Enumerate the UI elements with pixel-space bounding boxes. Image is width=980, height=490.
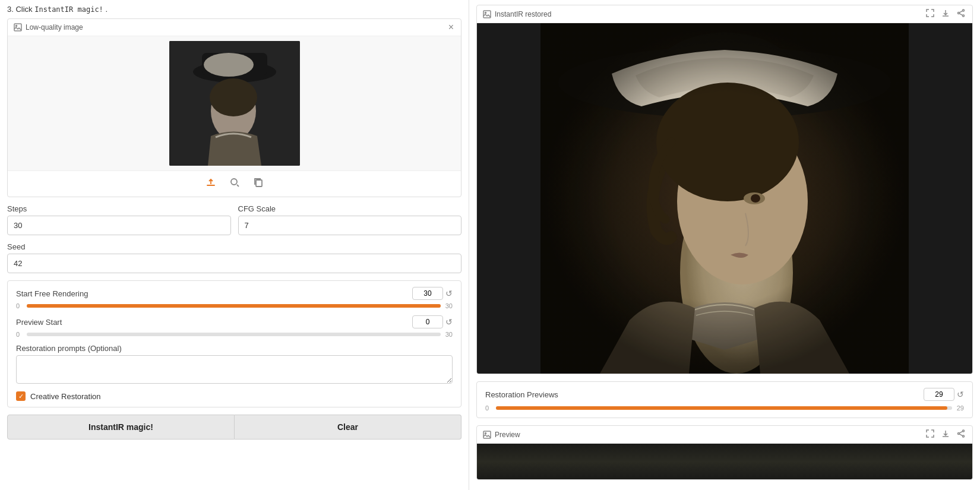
svg-point-15 (963, 15, 965, 17)
previews-header: Restoration Previews ↺ (485, 388, 964, 401)
preview-start-label: Preview Start (16, 318, 62, 327)
preview-start-slider[interactable] (27, 333, 441, 336)
restoration-previews-section: Restoration Previews ↺ 0 29 (476, 381, 973, 418)
svg-point-13 (963, 10, 965, 11)
svg-point-12 (485, 12, 486, 13)
previews-track-row: 0 29 (485, 404, 964, 412)
close-image-button[interactable]: × (447, 23, 455, 32)
cfg-scale-label: CFG Scale (238, 204, 462, 213)
preview-start-row: Preview Start ↺ 0 30 (16, 315, 453, 338)
checkbox-check-icon: ✓ (18, 393, 24, 400)
preview-start-value-group: ↺ (412, 315, 453, 328)
svg-point-26 (485, 432, 486, 434)
free-rendering-track: 0 30 (16, 302, 453, 309)
previews-max: 29 (957, 404, 964, 412)
free-rendering-fill (27, 304, 441, 308)
restoration-previews-label: Restoration Previews (485, 390, 558, 399)
instruction-code: InstantIR magic! (34, 5, 103, 14)
preview-thumb-image (477, 444, 972, 479)
free-rendering-value-group: ↺ (412, 287, 453, 300)
seed-row: Seed (7, 242, 461, 273)
free-rendering-reset-button[interactable]: ↺ (445, 289, 453, 298)
svg-point-28 (958, 433, 960, 435)
preview-frame-icon (483, 431, 491, 439)
preview-download-button[interactable] (940, 429, 951, 440)
free-rendering-header: Start Free Rendering ↺ (16, 287, 453, 300)
previews-value-group: ↺ (924, 388, 964, 401)
preview-share-button[interactable] (956, 429, 966, 440)
sliders-section: Start Free Rendering ↺ 0 30 (7, 280, 461, 407)
preview-start-min: 0 (16, 331, 22, 338)
creative-restoration-checkbox[interactable]: ✓ (16, 391, 26, 401)
seed-input[interactable] (7, 254, 461, 273)
svg-point-1 (16, 26, 17, 27)
image-frame-icon (14, 23, 22, 31)
preview-panel-label: Preview (495, 431, 520, 439)
previews-min: 0 (485, 404, 491, 412)
free-rendering-value-input[interactable] (412, 287, 443, 300)
previews-fill (496, 406, 947, 410)
portrait-svg (169, 41, 300, 166)
svg-rect-10 (256, 180, 262, 186)
restoration-prompts-row: Restoration prompts (Optional) (16, 344, 453, 385)
instruction-text: 3. Click InstantIR magic! . (7, 5, 461, 14)
source-image (169, 41, 300, 166)
preview-thumb-header: Preview (477, 426, 972, 444)
free-rendering-slider[interactable] (27, 304, 441, 308)
steps-label: Steps (7, 204, 231, 213)
preview-start-value-input[interactable] (412, 315, 443, 328)
steps-group: Steps (7, 204, 231, 235)
instruction-period: . (105, 5, 108, 14)
svg-point-27 (963, 430, 965, 432)
copy-image-button[interactable] (251, 176, 266, 192)
steps-cfg-row: Steps CFG Scale (7, 204, 461, 235)
preview-thumbnail-section: Preview (476, 425, 973, 480)
preview-fullscreen-button[interactable] (925, 429, 935, 440)
share-button[interactable] (956, 9, 966, 19)
free-rendering-label: Start Free Rendering (16, 289, 88, 298)
free-rendering-max: 30 (445, 302, 453, 309)
cfg-scale-input[interactable] (238, 216, 462, 235)
clear-button[interactable]: Clear (235, 415, 461, 440)
image-upload-container: Low-quality image × (7, 18, 461, 197)
image-tools (8, 170, 461, 197)
previews-slider[interactable] (496, 406, 952, 410)
seed-label: Seed (7, 242, 461, 251)
restored-portrait-svg (540, 23, 909, 374)
free-rendering-row: Start Free Rendering ↺ 0 30 (16, 287, 453, 309)
svg-point-29 (963, 435, 965, 437)
restored-panel-label: InstantIR restored (495, 10, 551, 18)
svg-point-9 (231, 179, 237, 185)
free-rendering-min: 0 (16, 302, 22, 309)
instantir-magic-button[interactable]: InstantIR magic! (7, 415, 235, 440)
download-button[interactable] (940, 9, 951, 19)
left-panel: 3. Click InstantIR magic! . Low-quality … (0, 0, 469, 490)
previews-reset-button[interactable]: ↺ (957, 390, 964, 399)
svg-point-14 (958, 12, 960, 14)
instruction-step: 3. Click (7, 5, 33, 14)
restored-result-header: InstantIR restored (477, 5, 972, 23)
svg-rect-24 (540, 23, 909, 374)
steps-input[interactable] (7, 216, 231, 235)
preview-start-header: Preview Start ↺ (16, 315, 453, 328)
search-image-button[interactable] (227, 176, 242, 192)
preview-header-actions (925, 429, 966, 440)
right-panel: InstantIR restored (469, 0, 980, 490)
preview-start-max: 30 (445, 331, 453, 338)
preview-start-reset-button[interactable]: ↺ (445, 317, 453, 327)
restored-header-actions (925, 9, 966, 19)
preview-start-track: 0 30 (16, 331, 453, 338)
image-panel-label: Low-quality image (26, 23, 83, 31)
previews-value-input[interactable] (924, 388, 954, 401)
image-container-header: Low-quality image × (8, 19, 461, 36)
creative-restoration-label: Creative Restoration (30, 392, 101, 401)
restoration-prompts-textarea[interactable] (16, 355, 453, 384)
action-buttons: InstantIR magic! Clear (7, 415, 461, 440)
upload-button[interactable] (203, 176, 219, 192)
restored-result-container: InstantIR restored (476, 5, 973, 374)
restored-frame-icon (483, 10, 491, 18)
creative-restoration-row: ✓ Creative Restoration (16, 391, 453, 401)
fullscreen-button[interactable] (925, 9, 935, 19)
svg-rect-8 (169, 41, 300, 166)
restoration-prompts-label: Restoration prompts (Optional) (16, 344, 453, 353)
